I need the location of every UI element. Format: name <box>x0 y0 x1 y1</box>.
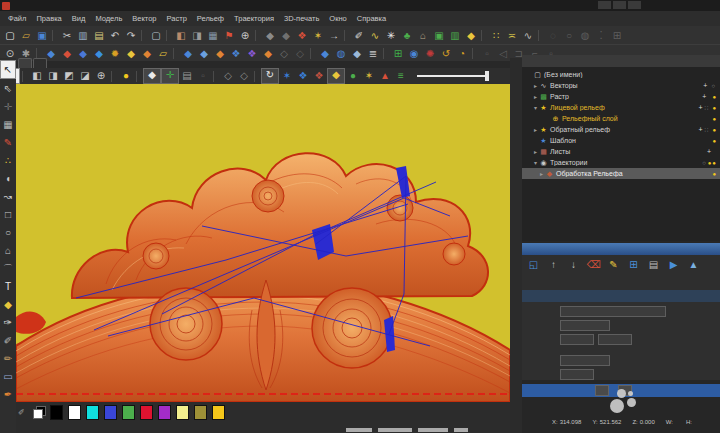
layers-red-icon[interactable]: ❖ <box>311 69 327 83</box>
relief-yellow-icon[interactable]: ◆ <box>123 47 139 60</box>
text-tool-icon[interactable]: T <box>1 278 15 295</box>
visibility-bulb-icon[interactable]: ● <box>712 127 717 133</box>
cone-icon[interactable]: ▲ <box>377 69 393 83</box>
dim-box-icon[interactable]: ▫ <box>479 47 495 60</box>
tree-row[interactable]: ⊕ Рельефный слой ● <box>522 113 720 124</box>
visibility-bulb-off-icon[interactable]: ○ <box>702 160 706 166</box>
tree-row[interactable]: ▾ ◉ Траектории ○ ●● <box>522 157 720 168</box>
slider-thumb[interactable] <box>485 71 489 81</box>
separator[interactable] <box>173 48 178 59</box>
arc-tool-icon[interactable]: ⌒ <box>1 260 15 277</box>
view-front-icon[interactable]: ◧ <box>29 69 45 83</box>
swatch-black[interactable] <box>50 405 63 420</box>
add-green-icon[interactable]: ⊞ <box>390 47 406 60</box>
safe-z-input[interactable] <box>560 320 610 331</box>
dim-box-icon[interactable]: ▫ <box>195 69 211 83</box>
toolpath-panel-header[interactable] <box>522 243 720 255</box>
menu-item[interactable]: Модель <box>90 14 127 23</box>
sketch-icon[interactable]: ✐ <box>351 29 367 42</box>
menu-item[interactable]: Правка <box>31 14 66 23</box>
close-button[interactable] <box>628 1 641 9</box>
separator[interactable] <box>141 30 146 41</box>
add-icon[interactable]: + <box>707 148 711 155</box>
view-side-icon[interactable]: ◨ <box>45 69 61 83</box>
relief-layer-icon[interactable]: ◆ <box>317 47 333 60</box>
background-color[interactable] <box>33 409 43 419</box>
wave-icon[interactable]: ∿ <box>367 29 383 42</box>
star-blue-icon[interactable]: ✶ <box>279 69 295 83</box>
panel-left-icon[interactable]: ◧ <box>173 29 189 42</box>
separator[interactable] <box>344 30 349 41</box>
tree-row[interactable]: ▸ ★ Обратный рельеф + ∷ ● <box>522 124 720 135</box>
clover-icon[interactable]: ♣ <box>399 29 415 42</box>
windows-colors-icon[interactable]: ❖ <box>294 29 310 42</box>
draw-plane-icon[interactable]: ◆ <box>143 68 161 84</box>
window-green-icon[interactable]: ▣ <box>431 29 447 42</box>
tree-row[interactable]: ▸ ∿ Векторы + ○ <box>522 80 720 91</box>
visibility-bulb-icon[interactable]: ● <box>712 105 717 111</box>
preview-icon[interactable]: ▲ <box>686 257 701 272</box>
save-toolpath-icon[interactable]: ◱ <box>526 257 541 272</box>
relief-model-view[interactable] <box>16 84 510 402</box>
ring-orange-icon[interactable]: ◔ <box>454 47 470 60</box>
smooth-light-icon[interactable]: ◆ <box>196 47 212 60</box>
model-canvas[interactable] <box>16 84 510 402</box>
rainbow-layers-icon[interactable]: ≡ <box>393 69 409 83</box>
paint-dots-icon[interactable]: ∴ <box>1 152 15 169</box>
paint-brush-icon[interactable]: ✐ <box>18 408 25 417</box>
layers-purple-icon[interactable]: ❖ <box>244 47 260 60</box>
undo-icon[interactable]: ↶ <box>107 29 123 42</box>
add-icon[interactable]: + <box>698 126 702 133</box>
delete-toolpath-icon[interactable]: ⌫ <box>586 257 601 272</box>
relief-blue3-icon[interactable]: ◆ <box>91 47 107 60</box>
plane-dim-icon[interactable]: ◇ <box>220 69 236 83</box>
open-folder-icon[interactable]: ▱ <box>18 29 34 42</box>
layers-blue-icon[interactable]: ❖ <box>295 69 311 83</box>
visibility-bulb-icon[interactable]: ● <box>712 94 717 100</box>
dome-icon[interactable]: ◖ <box>1 170 15 187</box>
name-input[interactable] <box>560 306 666 317</box>
home-z-input[interactable] <box>560 355 610 366</box>
move-down-icon[interactable]: ↓ <box>566 257 581 272</box>
save-icon[interactable]: ▣ <box>34 29 50 42</box>
view-iso-icon[interactable]: ◪ <box>77 69 93 83</box>
dim-diamond2-icon[interactable]: ◇ <box>292 47 308 60</box>
visibility-bulb-off-icon[interactable]: ○ <box>711 83 715 89</box>
roof-icon[interactable]: ⌂ <box>415 29 431 42</box>
relief-plane-icon[interactable]: ◆ <box>327 68 345 84</box>
add-icon[interactable]: + <box>703 82 707 89</box>
snap-center-icon[interactable]: ⊕ <box>237 29 253 42</box>
dim-diamond-icon[interactable]: ◇ <box>276 47 292 60</box>
folder-star-icon[interactable]: ✶ <box>310 29 326 42</box>
page-icon[interactable]: ▢ <box>148 29 164 42</box>
tab-2d-view[interactable] <box>18 58 32 68</box>
separator[interactable] <box>52 30 57 41</box>
lasso-icon[interactable]: ↝ <box>1 188 15 205</box>
copy-green-icon[interactable]: ▥ <box>447 29 463 42</box>
drag-handle-icon[interactable]: ∷ <box>705 104 709 111</box>
polygon-tool-icon[interactable]: ⌂ <box>1 242 15 259</box>
copy-icon[interactable]: ▥ <box>75 29 91 42</box>
visibility-bulb-icon[interactable]: ● <box>712 138 717 144</box>
separator[interactable] <box>472 48 477 59</box>
select-tool-icon[interactable]: ↖ <box>0 60 16 79</box>
simulate-icon[interactable]: ▶ <box>666 257 681 272</box>
separator[interactable] <box>111 71 116 82</box>
visibility-bulb-icon[interactable]: ● <box>712 116 717 122</box>
tree-row[interactable]: ▸ ▩ Растр + ● <box>522 91 720 102</box>
relief-red-icon[interactable]: ◆ <box>59 47 75 60</box>
visibility-bulb-icon[interactable]: ●● <box>708 160 717 166</box>
eraser-icon[interactable]: ▭ <box>1 368 15 385</box>
swatch-cyan[interactable] <box>86 405 99 420</box>
relief-gold-gear-icon[interactable]: ✹ <box>107 47 123 60</box>
axes-icon[interactable]: ✛ <box>161 68 179 84</box>
ellipse-tool-icon[interactable]: ○ <box>1 224 15 241</box>
menu-item[interactable]: 3D-печать <box>279 14 324 23</box>
snowflake-icon[interactable]: ✳ <box>383 29 399 42</box>
panel-grid-icon[interactable]: ▦ <box>205 29 221 42</box>
separator[interactable] <box>166 30 171 41</box>
paste-icon[interactable]: ▤ <box>91 29 107 42</box>
separator[interactable] <box>22 71 27 82</box>
tree-row[interactable]: ▢ (Без имени) <box>522 69 720 80</box>
menu-item[interactable]: Файл <box>3 14 31 23</box>
